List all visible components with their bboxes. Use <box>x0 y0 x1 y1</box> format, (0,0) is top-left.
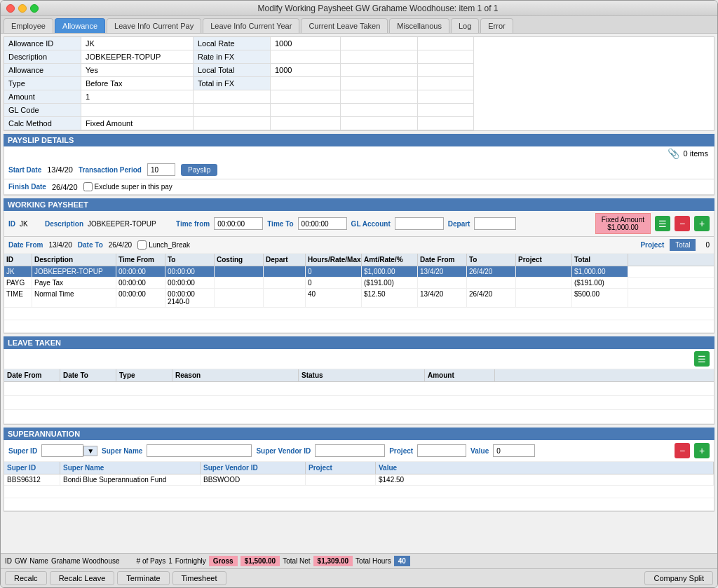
title-bar: Modify Working Paysheet GW Grahame Woodh… <box>1 1 717 16</box>
leave-menu-button[interactable]: ☰ <box>694 351 710 367</box>
sh-project: Project <box>306 462 376 474</box>
line-id-payg: PAYG <box>4 278 32 288</box>
transaction-period-label: Transaction Period <box>79 166 142 174</box>
description-value: JOBKEEPER-TOPUP <box>81 50 194 64</box>
wp-time-to-input[interactable] <box>298 217 347 230</box>
super-vendor-id-input[interactable] <box>315 444 385 457</box>
line-project-jk <box>516 266 572 277</box>
wp-menu-button[interactable]: ☰ <box>655 216 670 231</box>
empty3 <box>341 50 418 64</box>
line-depart-payg <box>264 278 306 288</box>
super-data-row-1[interactable]: BBS96312 Bondi Blue Superannuation Fund … <box>4 474 714 486</box>
wp-line-row-time[interactable]: TIME Normal Time 00:00:00 00:00:00 2140-… <box>4 289 714 308</box>
leave-row-1 <box>4 382 714 396</box>
company-split-button[interactable]: Company Split <box>644 571 713 585</box>
line-amt-time: $12.50 <box>362 289 418 307</box>
wp-depart-input[interactable] <box>474 217 516 230</box>
empty11 <box>341 90 418 104</box>
line-costing-time <box>215 289 264 307</box>
lh-desc: Description <box>32 254 116 266</box>
lh-dateto: To <box>467 254 516 266</box>
line-timefrom-time: 00:00:00 <box>116 289 165 307</box>
attach-row: 📎 0 items <box>4 146 714 160</box>
line-datefrom-time: 13/4/20 <box>418 289 467 307</box>
tab-current-leave-taken[interactable]: Current Leave Taken <box>301 18 388 33</box>
lunch-break-checkbox[interactable] <box>137 240 147 249</box>
tab-employee[interactable]: Employee <box>4 18 53 33</box>
wp-remove-button[interactable]: − <box>675 216 690 231</box>
exclude-super-checkbox[interactable] <box>83 182 93 191</box>
line-depart-time <box>264 289 306 307</box>
empty2 <box>418 37 474 50</box>
line-desc-time: Normal Time <box>32 289 116 307</box>
super-id-input[interactable] <box>41 444 83 457</box>
super-id-label: Super ID <box>8 447 37 455</box>
payslip-details-header: PAYSLIP DETAILS <box>4 134 714 146</box>
working-paysheet-section: WORKING PAYSHEET ID JK Description JOBKE… <box>4 198 714 334</box>
super-remove-button[interactable]: − <box>675 443 690 458</box>
line-datefrom-payg <box>418 278 467 288</box>
recalc-leave-button[interactable]: Recalc Leave <box>50 571 115 585</box>
calc-method-value: Fixed Amount <box>81 117 194 130</box>
super-value-input[interactable] <box>493 444 535 457</box>
terminate-button[interactable]: Terminate <box>117 571 169 585</box>
footer-info: ID GW Name Grahame Woodhouse # of Pays 1… <box>5 556 410 566</box>
super-col-header-row: Super ID Super Name Super Vendor ID Proj… <box>4 462 714 474</box>
payslip-header-row: Start Date 13/4/20 Transaction Period Pa… <box>4 160 714 179</box>
sh-value: Value <box>376 462 714 474</box>
total-label: Total <box>675 241 690 249</box>
footer-name-value: Grahame Woodhouse <box>51 557 120 565</box>
wp-add-button[interactable]: + <box>694 216 710 231</box>
finish-date-label: Finish Date <box>8 183 46 191</box>
super-content: Super ID ▼ Super Name Super Vendor ID Pr… <box>4 440 714 512</box>
super-project-input[interactable] <box>417 444 466 457</box>
tab-leave-info-current-year[interactable]: Leave Info Current Year <box>203 18 299 33</box>
minimize-button[interactable] <box>18 4 27 13</box>
lh-depart: Depart <box>264 254 306 266</box>
lh-project: Project <box>516 254 572 266</box>
recalc-button[interactable]: Recalc <box>5 571 47 585</box>
payslip-button[interactable]: Payslip <box>181 164 217 176</box>
lh-total: Total <box>572 254 628 266</box>
lunch-break-label[interactable]: Lunch_Break <box>137 240 190 249</box>
total-in-fx-value <box>271 77 341 90</box>
tab-log[interactable]: Log <box>451 18 479 33</box>
line-total-time: $500.00 <box>572 289 628 307</box>
timesheet-button[interactable]: Timesheet <box>172 571 226 585</box>
wp-date-row: Date From 13/4/20 Date To 26/4/20 Lunch_… <box>4 237 714 254</box>
tab-leave-info-current-pay[interactable]: Leave Info Current Pay <box>107 18 201 33</box>
super-name-input[interactable] <box>147 444 252 457</box>
super-id-dropdown[interactable]: ▼ <box>83 446 97 456</box>
wp-line-row-payg[interactable]: PAYG Paye Tax 00:00:00 00:00:00 0 ($191.… <box>4 278 714 289</box>
empty6 <box>418 64 474 77</box>
wp-gl-account-input[interactable] <box>395 217 444 230</box>
wp-line-row-jk[interactable]: JK JOBKEEPER-TOPUP 00:00:00 00:00:00 0 $… <box>4 266 714 278</box>
super-add-button[interactable]: + <box>694 443 710 458</box>
sd-value: $142.50 <box>376 474 714 485</box>
lh-timefrom: Time From <box>116 254 165 266</box>
footer-gross-value: $1,500.00 <box>241 556 280 566</box>
payslip-content: 📎 0 items Start Date 13/4/20 Transaction… <box>4 146 714 196</box>
wp-line-row-empty1 <box>4 308 714 320</box>
leave-taken-section: LEAVE TAKEN ☰ Date From Date To Type Rea… <box>4 336 714 425</box>
empty5 <box>341 64 418 77</box>
wp-time-from-input[interactable] <box>214 217 263 230</box>
amount-label: Amount <box>4 90 81 104</box>
lh-date-to: Date To <box>60 369 116 381</box>
super-data-row-2 <box>4 486 714 498</box>
wp-id-label: ID <box>8 220 15 228</box>
footer-total-hours-value: 40 <box>394 556 410 566</box>
line-timefrom-payg: 00:00:00 <box>116 278 165 288</box>
exclude-super-label[interactable]: Exclude super in this pay <box>83 182 172 191</box>
tab-miscellanous[interactable]: Miscellanous <box>389 18 449 33</box>
close-button[interactable] <box>6 4 15 13</box>
tab-error[interactable]: Error <box>480 18 513 33</box>
line-hours-payg: 0 <box>306 278 362 288</box>
transaction-period-input[interactable] <box>147 163 175 176</box>
tab-allowance[interactable]: Allowance <box>55 18 105 33</box>
maximize-button[interactable] <box>30 4 39 13</box>
fixed-amount-box: Fixed Amount $1,000.00 <box>595 213 651 234</box>
leave-taken-header: LEAVE TAKEN <box>4 336 714 349</box>
line-id-jk: JK <box>4 266 32 277</box>
footer-total-net-label: Total Net <box>283 557 310 565</box>
